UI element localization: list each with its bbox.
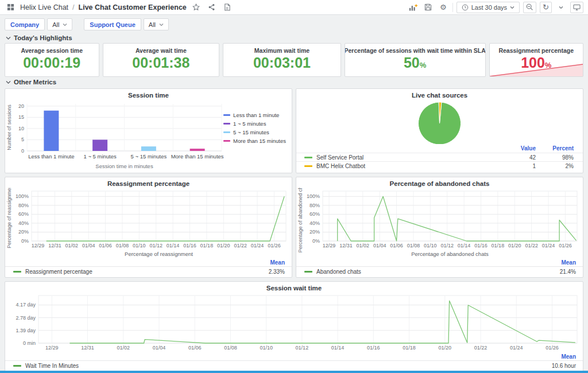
add-panel-icon[interactable] <box>408 2 419 13</box>
panel-reassignment-percentage: Reassignment percentage 12/2912/3101/020… <box>5 177 292 278</box>
svg-text:Percentage of abandoned chats: Percentage of abandoned chats <box>411 251 489 257</box>
series-mean-value: 21.4% <box>560 269 576 275</box>
share-icon[interactable] <box>206 2 218 13</box>
stat-maximum-wait-time[interactable]: Maximum wait time 00:03:01 <box>223 43 341 77</box>
svg-text:01/04: 01/04 <box>373 243 386 248</box>
session-time-bar-chart: 05101520Less than 1 minute1 ~ 5 minutes5… <box>5 99 292 173</box>
svg-text:01/20: 01/20 <box>217 243 230 248</box>
panel-session-wait-time: Session wait time 12/2912/3101/0201/0401… <box>5 281 583 372</box>
time-range-picker[interactable]: Last 30 days <box>457 2 520 13</box>
panel-live-chat-sources: Live chat sources ValuePercentSelf Servi… <box>296 88 583 173</box>
svg-text:80%: 80% <box>310 203 320 208</box>
abandoned-chats-line-chart: 12/2912/3101/0201/0401/0601/0801/1001/12… <box>296 188 583 259</box>
svg-text:1 ~ 5 minutes: 1 ~ 5 minutes <box>83 153 117 160</box>
svg-text:01/04: 01/04 <box>82 243 95 248</box>
dashboard-filters: Company All Support Queue All <box>0 15 588 33</box>
table-row[interactable]: Self Service Portal4298% <box>296 153 583 161</box>
chevron-down-icon <box>510 6 514 9</box>
panel-title[interactable]: Live chat sources <box>296 89 583 99</box>
svg-text:12/29: 12/29 <box>45 345 59 351</box>
mean-column-header: Mean <box>5 353 583 360</box>
column-percent[interactable]: Percent <box>536 145 581 151</box>
svg-text:01/08: 01/08 <box>407 243 420 248</box>
svg-text:01/22: 01/22 <box>525 243 538 248</box>
support-queue-filter-label[interactable]: Support Queue <box>84 18 141 30</box>
save-dashboard-icon[interactable] <box>423 2 434 13</box>
chart-legend: Mean Reassignment percentage 2.33% <box>5 259 292 277</box>
report-icon[interactable] <box>222 2 233 13</box>
legend-row[interactable]: Abandoned chats 21.4% <box>296 266 583 275</box>
svg-text:01/22: 01/22 <box>234 243 247 248</box>
support-queue-filter-value[interactable]: All <box>144 18 169 30</box>
legend-item[interactable]: More than 15 minutes <box>223 138 286 144</box>
svg-text:01/24: 01/24 <box>510 345 523 351</box>
stat-average-wait-time[interactable]: Average wait time 00:01:38 <box>103 43 220 77</box>
svg-text:10: 10 <box>18 126 24 131</box>
table-row[interactable]: BMC Helix Chatbot12% <box>296 161 583 170</box>
series-swatch <box>13 271 21 273</box>
legend-item[interactable]: Less than 1 minute <box>223 112 286 118</box>
grafana-dashboard: Helix Live Chat / Live Chat Customer Exp… <box>0 0 588 373</box>
breadcrumb-folder[interactable]: Helix Live Chat <box>20 3 68 11</box>
series-swatch <box>223 131 230 133</box>
svg-text:01/10: 01/10 <box>424 243 437 248</box>
svg-text:12/31: 12/31 <box>48 243 61 248</box>
svg-text:Percentage of reassignment: Percentage of reassignment <box>6 188 12 248</box>
stat-average-session-time[interactable]: Average session time 00:00:19 <box>5 43 99 77</box>
section-collapse-chevron-icon <box>6 36 11 40</box>
svg-text:01/06: 01/06 <box>390 243 403 248</box>
time-range-label: Last 30 days <box>471 4 507 11</box>
company-filter-value[interactable]: All <box>47 18 72 30</box>
svg-text:12/29: 12/29 <box>32 243 45 248</box>
session-wait-time-line-chart: 12/2912/3101/0201/0401/0601/0801/1001/12… <box>5 292 583 353</box>
svg-text:01/16: 01/16 <box>183 243 196 248</box>
panel-title[interactable]: Session time <box>5 89 292 99</box>
svg-text:100%: 100% <box>307 193 320 199</box>
section-other-metrics[interactable]: Other Metrics <box>0 77 588 87</box>
refresh-icon[interactable]: ↻ <box>540 2 552 13</box>
svg-text:01/10: 01/10 <box>133 243 146 248</box>
svg-text:01/02: 01/02 <box>117 345 130 351</box>
refresh-interval-chevron-icon[interactable] <box>555 2 567 13</box>
svg-text:01/08: 01/08 <box>116 243 129 248</box>
bar-chart-legend: Less than 1 minute1 ~ 5 minutes5 ~ 15 mi… <box>223 112 286 144</box>
wait_line-svg: 12/2912/3101/0201/0401/0601/0801/1001/12… <box>5 292 583 353</box>
stat-value: 00:03:01 <box>253 56 311 70</box>
stat-reassignment-percentage[interactable]: Reassignment percentage 100% <box>489 43 584 77</box>
reassignment-line-chart: 12/2912/3101/0201/0401/0601/0801/1001/12… <box>5 188 292 259</box>
stat-sla-percentage[interactable]: Percentage of sessions with wait time wi… <box>345 43 486 77</box>
legend-item[interactable]: 1 ~ 5 minutes <box>223 121 286 127</box>
panel-title[interactable]: Reassignment percentage <box>5 177 292 188</box>
panel-abandoned-chats: Percentage of abandoned chats 12/2912/31… <box>296 177 583 278</box>
stat-value: 50% <box>404 56 426 70</box>
company-filter-label[interactable]: Company <box>5 18 45 30</box>
svg-text:5 ~ 15 minutes: 5 ~ 15 minutes <box>131 153 167 160</box>
svg-text:01/08: 01/08 <box>224 345 237 351</box>
legend-row[interactable]: Reassignment percentage 2.33% <box>5 266 292 275</box>
svg-text:0: 0 <box>21 148 24 154</box>
breadcrumb-dashboard-title[interactable]: Live Chat Customer Experience <box>79 3 187 11</box>
live-chat-sources-pie-chart <box>296 99 583 144</box>
svg-text:01/26: 01/26 <box>268 243 281 248</box>
svg-text:20%: 20% <box>18 229 29 235</box>
section-todays-highlights[interactable]: Today's Highlights <box>0 33 588 43</box>
dashboards-grid-icon[interactable] <box>5 2 16 13</box>
settings-gear-icon[interactable]: ⚙ <box>438 2 449 13</box>
star-icon[interactable] <box>191 2 202 13</box>
kiosk-mode-icon[interactable] <box>570 2 583 13</box>
column-value[interactable]: Value <box>500 145 536 151</box>
series-swatch <box>223 123 230 125</box>
series-name: Reassignment percentage <box>25 269 92 275</box>
series-swatch <box>304 157 312 158</box>
svg-text:01/18: 01/18 <box>492 243 505 248</box>
series-name: Wait Time In Minutes <box>25 363 79 369</box>
svg-text:15: 15 <box>18 114 24 120</box>
panel-title[interactable]: Percentage of abandoned chats <box>296 177 583 188</box>
legend-row[interactable]: Wait Time In Minutes 10.6 hour <box>5 360 583 370</box>
svg-text:01/18: 01/18 <box>200 243 214 248</box>
panel-title[interactable]: Session wait time <box>5 282 583 292</box>
svg-text:01/26: 01/26 <box>559 243 572 248</box>
legend-item[interactable]: 5 ~ 15 minutes <box>223 129 286 135</box>
zoom-out-icon[interactable] <box>523 2 536 13</box>
series-swatch <box>304 165 312 167</box>
